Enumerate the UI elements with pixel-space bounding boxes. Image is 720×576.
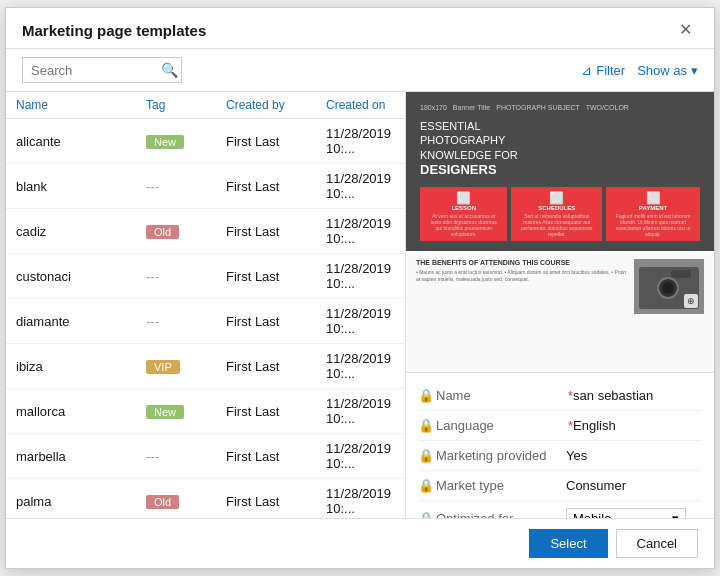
chevron-down-icon: ▾: [691, 63, 698, 78]
cell-name: cadiz: [16, 224, 146, 239]
cell-createdby: First Last: [226, 494, 326, 509]
cell-tag: ---: [146, 314, 226, 329]
payment-label: PAYMENT: [614, 205, 692, 211]
card-top-title: ESSENTIAL PHOTOGRAPHY KNOWLEDGE FOR DESI…: [420, 119, 700, 179]
language-label: Language: [436, 418, 566, 433]
tag-badge: New: [146, 405, 184, 419]
card-title-line1: ESSENTIAL: [420, 120, 481, 132]
card-icon-lesson: ⬜ LESSON At vero eos et accusamus et ius…: [420, 187, 507, 241]
cell-name: custonaci: [16, 269, 146, 284]
cell-createdon: 11/28/2019 10:...: [326, 306, 395, 336]
payment-icon: ⬜: [614, 191, 692, 205]
card-top: 180x170 Banner Title PHOTOGRAPH SUBJECT …: [406, 92, 714, 251]
cell-createdon: 11/28/2019 10:...: [326, 261, 395, 291]
lock-icon-language: 🔒: [418, 418, 436, 433]
show-as-button[interactable]: Show as ▾: [637, 63, 698, 78]
table-row[interactable]: diamante---First Last11/28/2019 10:...: [6, 299, 405, 344]
lock-icon-marketing: 🔒: [418, 448, 436, 463]
filter-area: ⊿ Filter Show as ▾: [581, 63, 698, 78]
card-header-subject: PHOTOGRAPH SUBJECT: [496, 104, 580, 111]
zoom-icon: ⊕: [684, 294, 698, 308]
table-body: alicanteNewFirst Last11/28/2019 10:...bl…: [6, 119, 405, 518]
table-row[interactable]: mallorcaNewFirst Last11/28/2019 10:...: [6, 389, 405, 434]
table-row[interactable]: custonaci---First Last11/28/2019 10:...: [6, 254, 405, 299]
table-header: Name Tag Created by Created on: [6, 92, 405, 119]
cell-name: palma: [16, 494, 146, 509]
search-input[interactable]: [31, 63, 161, 78]
marketing-templates-dialog: Marketing page templates ✕ 🔍 ⊿ Filter Sh…: [5, 7, 715, 569]
cell-name: mallorca: [16, 404, 146, 419]
detail-row-market-type: 🔒 Market type Consumer: [418, 471, 702, 501]
table-row[interactable]: cadizOldFirst Last11/28/2019 10:...: [6, 209, 405, 254]
card-header-color: TWO/COLOR: [586, 104, 629, 111]
cell-tag: ---: [146, 179, 226, 194]
name-value: san sebastian: [573, 388, 702, 403]
cancel-button[interactable]: Cancel: [616, 529, 698, 558]
lesson-icon: ⬜: [428, 191, 499, 205]
card-icons-row: ⬜ LESSON At vero eos et accusamus et ius…: [420, 187, 700, 241]
cell-name: blank: [16, 179, 146, 194]
show-as-label: Show as: [637, 63, 687, 78]
search-icon-button[interactable]: 🔍: [161, 62, 178, 78]
cell-createdby: First Last: [226, 179, 326, 194]
cell-createdon: 11/28/2019 10:...: [326, 441, 395, 471]
lesson-label: LESSON: [428, 205, 499, 211]
preview-card: 180x170 Banner Title PHOTOGRAPH SUBJECT …: [406, 92, 714, 372]
card-icon-payment: ⬜ PAYMENT Fugiunt mollit anim id est lab…: [606, 187, 700, 241]
market-type-label: Market type: [436, 478, 566, 493]
table-row[interactable]: palmaOldFirst Last11/28/2019 10:...: [6, 479, 405, 518]
col-header-createdby[interactable]: Created by: [226, 98, 326, 112]
optimized-label: Optimized for: [436, 511, 566, 518]
optimized-value: Mobile: [573, 511, 611, 518]
marketing-label: Marketing provided: [436, 448, 566, 463]
cell-name: marbella: [16, 449, 146, 464]
cell-createdon: 11/28/2019 10:...: [326, 351, 395, 381]
cell-createdby: First Last: [226, 269, 326, 284]
tag-badge: New: [146, 135, 184, 149]
card-bottom-subtitle: THE BENEFITS OF ATTENDING THIS COURSE: [416, 259, 628, 266]
select-button[interactable]: Select: [529, 529, 607, 558]
optimized-dropdown[interactable]: Mobile ▾: [566, 508, 686, 518]
table-row[interactable]: marbella---First Last11/28/2019 10:...: [6, 434, 405, 479]
detail-row-name: 🔒 Name * san sebastian: [418, 381, 702, 411]
col-header-tag[interactable]: Tag: [146, 98, 226, 112]
camera-top: [671, 270, 691, 278]
cell-createdby: First Last: [226, 359, 326, 374]
col-header-createdon[interactable]: Created on: [326, 98, 395, 112]
tag-badge: Old: [146, 225, 179, 239]
cell-tag: ---: [146, 449, 226, 464]
preview-panel: 180x170 Banner Title PHOTOGRAPH SUBJECT …: [406, 92, 714, 518]
col-header-name[interactable]: Name: [16, 98, 146, 112]
close-button[interactable]: ✕: [673, 20, 698, 40]
cell-tag: Old: [146, 494, 226, 509]
card-title-line4: DESIGNERS: [420, 162, 497, 177]
dialog-header: Marketing page templates ✕: [6, 8, 714, 49]
detail-panel: 🔒 Name * san sebastian 🔒 Language * Engl…: [406, 372, 714, 518]
card-header-size: 180x170: [420, 104, 447, 111]
table-row[interactable]: blank---First Last11/28/2019 10:...: [6, 164, 405, 209]
cell-createdby: First Last: [226, 224, 326, 239]
table-row[interactable]: alicanteNewFirst Last11/28/2019 10:...: [6, 119, 405, 164]
schedules-desc: Sed ut reiciendis voluptatibus maiores A…: [519, 213, 594, 237]
camera-lens: [657, 277, 679, 299]
content-area: Name Tag Created by Created on alicanteN…: [6, 92, 714, 518]
language-value: English: [573, 418, 702, 433]
card-icon-schedules: ⬜ SCHEDULES Sed ut reiciendis voluptatib…: [511, 187, 602, 241]
preview-image: 180x170 Banner Title PHOTOGRAPH SUBJECT …: [406, 92, 714, 372]
cell-createdon: 11/28/2019 10:...: [326, 486, 395, 516]
cell-createdby: First Last: [226, 314, 326, 329]
cell-createdby: First Last: [226, 449, 326, 464]
table-row[interactable]: ibizaVIPFirst Last11/28/2019 10:...: [6, 344, 405, 389]
dialog-footer: Select Cancel: [6, 518, 714, 568]
cell-tag: Old: [146, 224, 226, 239]
filter-button[interactable]: ⊿ Filter: [581, 63, 625, 78]
schedules-label: SCHEDULES: [519, 205, 594, 211]
search-box: 🔍: [22, 57, 182, 83]
dialog-title: Marketing page templates: [22, 22, 206, 39]
tag-badge: VIP: [146, 360, 180, 374]
market-type-value: Consumer: [566, 478, 702, 493]
cell-name: diamante: [16, 314, 146, 329]
card-bottom: THE BENEFITS OF ATTENDING THIS COURSE • …: [406, 251, 714, 372]
detail-row-language: 🔒 Language * English: [418, 411, 702, 441]
card-header-banner: Banner Title: [453, 104, 490, 111]
